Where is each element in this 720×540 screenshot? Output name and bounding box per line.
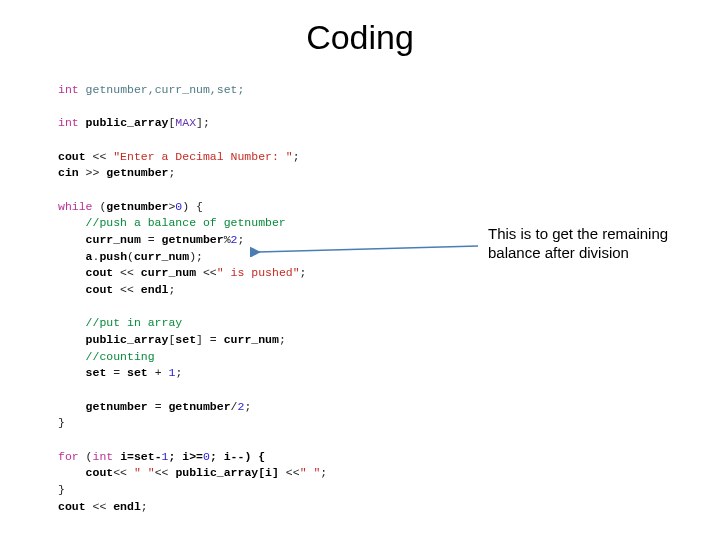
op-stream-in: >> xyxy=(79,166,107,179)
semicolon: ; xyxy=(244,400,251,413)
comment-put-in-array: //put in array xyxy=(86,316,183,329)
const-max: MAX xyxy=(175,116,196,129)
id-curr-num: curr_num xyxy=(86,233,141,246)
op-stream-out: << xyxy=(155,466,176,479)
code-listing: int getnumber,curr_num,set; int public_a… xyxy=(58,82,327,515)
kw-int: int xyxy=(93,450,114,463)
op-mod: % xyxy=(224,233,231,246)
id-set: set xyxy=(175,333,196,346)
brace-close: } xyxy=(58,483,65,496)
comment-push-balance: //push a balance of getnumber xyxy=(86,216,286,229)
id-cin: cin xyxy=(58,166,79,179)
vars-decl: getnumber,curr_num,set; xyxy=(79,83,245,96)
id-public-array-i: public_array xyxy=(175,466,258,479)
for-cond: ; i>= xyxy=(168,450,203,463)
id-getnumber: getnumber xyxy=(106,200,168,213)
op-stream-out: << xyxy=(286,466,300,479)
id-cout: cout xyxy=(86,466,114,479)
op-assign: = xyxy=(106,366,127,379)
bracket-close: ]; xyxy=(196,116,210,129)
id-endl: endl xyxy=(113,500,141,513)
paren-close: ); xyxy=(189,250,203,263)
kw-for: for xyxy=(58,450,79,463)
semicolon: ; xyxy=(300,266,307,279)
brace-close: } xyxy=(58,416,65,429)
num-zero: 0 xyxy=(203,450,210,463)
op-stream-out: << xyxy=(86,150,114,163)
semicolon: ; xyxy=(168,166,175,179)
id-cout: cout xyxy=(58,150,86,163)
id-a: a xyxy=(86,250,93,263)
paren-open: ( xyxy=(79,450,93,463)
str-space: " " xyxy=(300,466,321,479)
for-init: i=set- xyxy=(113,450,161,463)
semicolon: ; xyxy=(141,500,148,513)
str-prompt: "Enter a Decimal Number: " xyxy=(113,150,292,163)
id-getnumber: getnumber xyxy=(168,400,230,413)
id-getnumber: getnumber xyxy=(86,400,148,413)
op-assign: = xyxy=(148,400,169,413)
id-curr-num: curr_num xyxy=(224,333,279,346)
id-getnumber: getnumber xyxy=(162,233,224,246)
op-assign: = xyxy=(141,233,162,246)
id-public-array: public_array xyxy=(79,116,169,129)
id-set: set xyxy=(127,366,148,379)
id-endl: endl xyxy=(141,283,169,296)
paren-open: ( xyxy=(127,250,134,263)
annotation-text: This is to get the remaining balance aft… xyxy=(488,225,708,263)
bracket-i: [i] xyxy=(258,466,286,479)
op-stream-out: << xyxy=(113,466,134,479)
id-public-array: public_array xyxy=(86,333,169,346)
str-space: " " xyxy=(134,466,155,479)
semicolon: ; xyxy=(320,466,327,479)
op-stream-out: << xyxy=(113,283,141,296)
semicolon: ; xyxy=(279,333,286,346)
id-cout: cout xyxy=(86,283,114,296)
bracket-close-assign: ] = xyxy=(196,333,224,346)
id-curr-num: curr_num xyxy=(134,250,189,263)
annotation-line2: balance after division xyxy=(488,244,629,261)
comment-counting: //counting xyxy=(86,350,155,363)
fn-push: push xyxy=(99,250,127,263)
id-getnumber: getnumber xyxy=(106,166,168,179)
semicolon: ; xyxy=(237,233,244,246)
op-stream-out: << xyxy=(113,266,141,279)
semicolon: ; xyxy=(293,150,300,163)
semicolon: ; xyxy=(175,366,182,379)
id-set: set xyxy=(86,366,107,379)
id-cout: cout xyxy=(86,266,114,279)
id-curr-num: curr_num xyxy=(141,266,196,279)
op-plus: + xyxy=(148,366,169,379)
op-stream-out: << xyxy=(86,500,114,513)
kw-int: int xyxy=(58,83,79,96)
paren-open: ( xyxy=(93,200,107,213)
kw-while: while xyxy=(58,200,93,213)
slide-title: Coding xyxy=(0,18,720,57)
annotation-line1: This is to get the remaining xyxy=(488,225,668,242)
paren-close-brace: ) { xyxy=(182,200,203,213)
op-stream-out: << xyxy=(196,266,217,279)
str-is-pushed: " is pushed" xyxy=(217,266,300,279)
id-cout: cout xyxy=(58,500,86,513)
semicolon: ; xyxy=(168,283,175,296)
kw-int: int xyxy=(58,116,79,129)
for-step: ; i--) { xyxy=(210,450,265,463)
